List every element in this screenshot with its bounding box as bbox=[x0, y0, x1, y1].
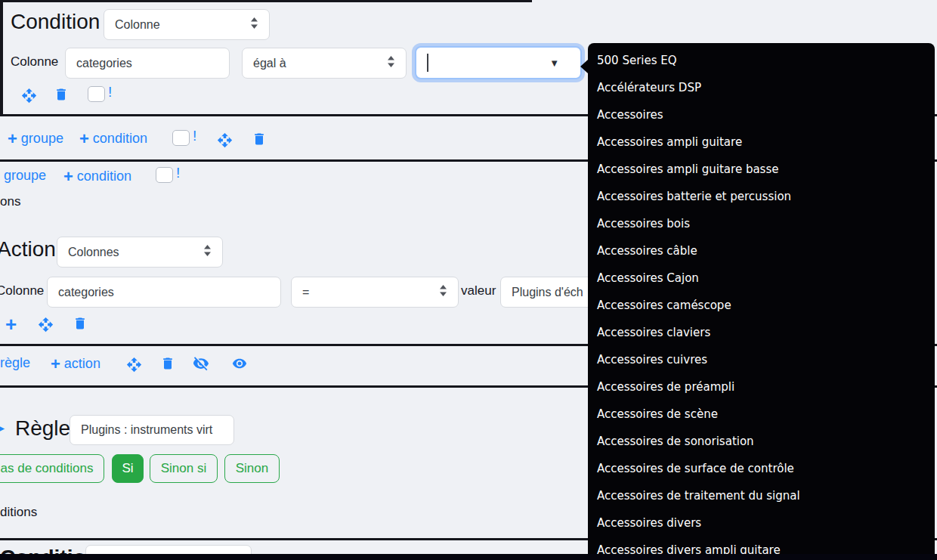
no-conditions-button[interactable]: as de conditions bbox=[0, 454, 104, 483]
not-label: ! bbox=[108, 84, 112, 101]
dropdown-option[interactable]: Accessoires de traitement du signal bbox=[588, 482, 935, 509]
dropdown-option[interactable]: Accessoires caméscope bbox=[588, 292, 935, 319]
action-type-select-value: Colonnes bbox=[68, 246, 119, 259]
rule-name-input-wrap bbox=[70, 415, 234, 445]
elseif-button[interactable]: Sinon si bbox=[150, 454, 218, 483]
conditions-text-fragment: ons bbox=[0, 194, 20, 209]
dropdown-option[interactable]: Accessoires batterie et percussion bbox=[588, 183, 935, 210]
condition-card-top-border bbox=[3, 0, 532, 2]
dropdown-option[interactable]: Accessoires de scène bbox=[588, 401, 935, 428]
action-value-label: valeur bbox=[461, 283, 496, 299]
add-condition-button[interactable]: + condition bbox=[79, 130, 147, 147]
dropdown-option[interactable]: Accessoires ampli guitare bbox=[588, 128, 935, 156]
action-heading: Action bbox=[0, 237, 56, 261]
trash-icon[interactable] bbox=[252, 131, 267, 147]
not-label: ! bbox=[193, 128, 196, 144]
text-cursor bbox=[427, 54, 428, 72]
dropdown-option[interactable]: Accessoires Cajon bbox=[588, 265, 935, 292]
eye-slash-icon[interactable] bbox=[191, 355, 211, 372]
action-operator-value: = bbox=[302, 286, 309, 299]
add-condition-label: condition bbox=[93, 131, 147, 147]
plus-icon: + bbox=[63, 169, 73, 185]
conditions-text-fragment: ditions bbox=[0, 505, 37, 520]
dropdown-option[interactable]: 500 Series EQ bbox=[588, 47, 935, 74]
add-group-label: groupe bbox=[4, 168, 46, 184]
dropdown-arrow-notch bbox=[580, 60, 588, 73]
condition-column-input[interactable] bbox=[76, 57, 218, 70]
select-updown-icon bbox=[250, 17, 258, 32]
action-column-input[interactable] bbox=[58, 286, 270, 299]
dropdown-option[interactable]: Accessoires claviers bbox=[588, 319, 935, 346]
dropdown-option[interactable]: Accessoires bois bbox=[588, 210, 935, 237]
dropdown-option[interactable]: Accessoires ampli guitare basse bbox=[588, 156, 935, 183]
if-button[interactable]: Si bbox=[112, 454, 144, 483]
move-icon[interactable] bbox=[21, 88, 37, 104]
not-label: ! bbox=[176, 165, 180, 181]
add-action-label: action bbox=[64, 356, 101, 372]
trash-icon[interactable] bbox=[160, 355, 175, 372]
condition-operator-value: égal à bbox=[253, 57, 286, 70]
condition-value-combobox[interactable]: ▼ bbox=[415, 46, 582, 79]
condition-type-select[interactable]: Colonne bbox=[104, 9, 270, 40]
add-group-button[interactable]: + groupe bbox=[8, 130, 63, 147]
add-group-button[interactable]: groupe bbox=[4, 168, 46, 184]
plus-icon: + bbox=[79, 131, 89, 147]
condition-heading: Condition bbox=[11, 10, 100, 34]
dropdown-option[interactable]: Accessoires bbox=[588, 101, 935, 128]
add-condition-button[interactable]: + condition bbox=[63, 168, 131, 184]
select-updown-icon bbox=[387, 56, 395, 70]
condition-operator-select[interactable]: égal à bbox=[242, 48, 407, 79]
not-checkbox[interactable] bbox=[172, 130, 190, 146]
rule-caret-icon[interactable]: ▶ bbox=[0, 420, 5, 436]
move-icon[interactable] bbox=[38, 317, 54, 333]
trash-icon[interactable] bbox=[73, 315, 88, 332]
action-type-select[interactable]: Colonnes bbox=[57, 237, 223, 268]
dropdown-option[interactable]: Accessoires cuivres bbox=[588, 346, 935, 373]
plus-icon: + bbox=[8, 131, 17, 147]
chevron-down-icon: ▼ bbox=[549, 58, 559, 68]
dropdown-option[interactable]: Accessoires câble bbox=[588, 237, 935, 265]
action-column-label: Colonne bbox=[0, 283, 44, 299]
action-column-input-wrap bbox=[47, 277, 281, 308]
select-updown-icon bbox=[439, 285, 447, 299]
bottom-black-bar bbox=[0, 554, 937, 560]
condition-column-label: Colonne bbox=[11, 54, 58, 70]
move-icon[interactable] bbox=[217, 132, 233, 148]
trash-icon[interactable] bbox=[54, 86, 69, 103]
condition-column-input-wrap bbox=[65, 48, 230, 79]
dropdown-option[interactable]: Accessoires divers bbox=[588, 509, 935, 537]
dropdown-option[interactable]: Accessoires de surface de contrôle bbox=[588, 455, 935, 482]
eye-icon[interactable] bbox=[230, 356, 249, 371]
category-dropdown: 500 Series EQAccélérateurs DSPAccessoire… bbox=[588, 43, 935, 560]
rule-heading: Règle bbox=[15, 416, 70, 441]
condition-type-select-value: Colonne bbox=[115, 18, 160, 32]
action-operator-select[interactable]: = bbox=[291, 277, 459, 308]
not-checkbox[interactable] bbox=[88, 86, 105, 102]
add-rule-button[interactable]: règle bbox=[0, 355, 30, 371]
not-checkbox[interactable] bbox=[156, 167, 173, 183]
add-group-label: groupe bbox=[21, 131, 63, 147]
plus-icon: + bbox=[51, 356, 60, 373]
dropdown-option[interactable]: Accessoires de sonorisation bbox=[588, 428, 935, 455]
bottom-condition-heading: Condition bbox=[0, 546, 99, 554]
rule-builder-page: Condition Colonne Colonne égal à ▼ ! + g… bbox=[0, 0, 937, 560]
add-condition-label: condition bbox=[77, 169, 131, 184]
rule-name-input[interactable] bbox=[81, 423, 223, 437]
else-button[interactable]: Sinon bbox=[224, 454, 280, 483]
add-action-button[interactable]: + action bbox=[51, 355, 101, 372]
condition-card-left-border bbox=[0, 0, 3, 116]
select-updown-icon bbox=[203, 245, 212, 259]
add-icon[interactable]: + bbox=[5, 313, 17, 336]
dropdown-option[interactable]: Accessoires de préampli bbox=[588, 373, 935, 401]
dropdown-option[interactable]: Accélérateurs DSP bbox=[588, 74, 935, 101]
move-icon[interactable] bbox=[126, 357, 142, 373]
add-rule-label: règle bbox=[0, 355, 30, 371]
